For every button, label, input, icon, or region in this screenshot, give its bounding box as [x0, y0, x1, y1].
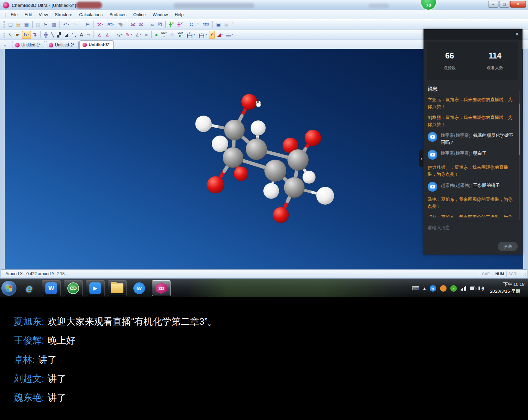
monitor-view-icon[interactable]: ▣: [215, 21, 222, 29]
atom-H6[interactable]: [316, 187, 334, 205]
toolbar1-grip[interactable]: [3, 21, 5, 28]
double-bond-icon[interactable]: ▞: [56, 31, 63, 39]
measure-pencil-dropdown-icon[interactable]: ▾: [131, 33, 132, 36]
tab-untitled-1[interactable]: Untitled-1*: [12, 41, 45, 49]
move-tool-icon[interactable]: ╬: [43, 31, 49, 39]
measure-pencil-icon[interactable]: ✎▾: [124, 31, 133, 39]
undo-dropdown-icon[interactable]: ▾: [68, 23, 69, 26]
tray-app-orange-icon[interactable]: [440, 285, 447, 292]
atom-C6[interactable]: [284, 177, 305, 198]
monitor-alt-icon[interactable]: ▣: [223, 21, 230, 29]
new-document-icon[interactable]: ▢: [7, 21, 14, 29]
eraser-tool-icon[interactable]: ▱: [85, 31, 92, 39]
tab-untitled-3[interactable]: Untitled-3*: [79, 40, 114, 49]
carbon-label-icon[interactable]: C: [188, 21, 195, 29]
bar-style-icon[interactable]: ▬▾: [225, 31, 234, 39]
tab-scroll-left-icon[interactable]: ◃: [4, 43, 6, 47]
undo-icon[interactable]: ↶▾: [62, 21, 70, 29]
single-bond-icon[interactable]: ╲: [50, 31, 55, 39]
tray-keyboard-icon[interactable]: ⌨: [412, 285, 419, 291]
build-model-icon[interactable]: ⚄: [156, 21, 163, 29]
atom-H5[interactable]: [263, 183, 279, 199]
atom-H2[interactable]: [251, 120, 266, 136]
clean-structure-icon[interactable]: ▱: [149, 21, 156, 29]
scrollbar-thumb[interactable]: [519, 104, 520, 155]
panel-collapse-handle[interactable]: ‹: [419, 150, 424, 167]
taskbar-wps-icon[interactable]: W: [42, 280, 60, 296]
tray-dingtalk-icon[interactable]: w: [430, 285, 436, 292]
atom-C4[interactable]: [287, 149, 309, 171]
center-h-icon[interactable]: ╋H: [168, 21, 176, 29]
atom-O4[interactable]: [207, 176, 224, 193]
dihedral-left-icon[interactable]: ∡: [96, 31, 103, 39]
redo-icon[interactable]: ↷▾: [71, 21, 80, 29]
bond-tool-dropdown-icon[interactable]: ▾: [102, 23, 103, 26]
menu-item-window[interactable]: Window: [149, 11, 171, 18]
menu-item-calculations[interactable]: Calculations: [76, 11, 106, 18]
send-button[interactable]: 发送: [498, 242, 518, 251]
menu-item-surfaces[interactable]: Surfaces: [106, 11, 130, 18]
atom-H4[interactable]: [302, 171, 316, 184]
title-bar[interactable]: ChemBio3D Ultra - [Untitled-3*] – ▢ ×: [0, 0, 528, 10]
toolbar2-grip[interactable]: [3, 32, 5, 38]
close-button[interactable]: ×: [510, 1, 526, 8]
no-calc-icon[interactable]: ⊘: [169, 31, 176, 39]
dihedral-right-icon[interactable]: ∡: [104, 31, 111, 39]
mm2-run-icon[interactable]: MM2▶: [176, 31, 185, 39]
atom-C1[interactable]: [224, 120, 245, 140]
redo-dropdown-icon[interactable]: ▾: [77, 23, 79, 26]
taskbar-chem3d-icon[interactable]: 3D: [152, 280, 170, 296]
taskbar-video-icon[interactable]: ▶: [86, 280, 104, 296]
tray-battery-icon[interactable]: [470, 287, 475, 290]
measure-distance-icon[interactable]: ⅱ┠─┨▾: [185, 31, 196, 39]
taskbar-clock[interactable]: 下午 10:18 2020/3/16 星期一: [490, 281, 525, 295]
move-axis-dropdown-icon[interactable]: ▾: [121, 33, 122, 36]
more-dots-icon[interactable]: ⁞: [231, 21, 235, 29]
stereo-view-icon[interactable]: 6d: [129, 21, 136, 29]
tray-security-icon[interactable]: ●: [450, 285, 457, 292]
wedge-bond-icon[interactable]: ◢: [63, 31, 69, 39]
print-icon[interactable]: ⊟: [84, 21, 91, 29]
text-tool-icon[interactable]: A: [78, 31, 84, 39]
fill-style-icon[interactable]: ◥▾: [117, 21, 125, 29]
resize-grip[interactable]: [521, 271, 526, 276]
orbit-tool-dropdown-icon[interactable]: ▾: [28, 33, 30, 36]
atom-C5[interactable]: [264, 160, 286, 182]
angle-tool-dropdown-icon[interactable]: ▾: [140, 33, 142, 36]
atom-H1[interactable]: [195, 116, 212, 132]
copy-icon[interactable]: ▥: [35, 21, 42, 29]
cut-icon[interactable]: ✂: [43, 21, 50, 29]
minimize-button[interactable]: –: [488, 1, 498, 8]
stereo-pair-icon[interactable]: oo: [138, 21, 145, 29]
orbit-tool-icon[interactable]: ↻▾: [22, 31, 31, 39]
center-v-icon[interactable]: ╋V: [176, 21, 184, 29]
atom-O1[interactable]: [241, 94, 257, 110]
taskbar-chemdraw-icon[interactable]: CD: [64, 280, 82, 296]
menu-item-online[interactable]: Online: [130, 11, 149, 18]
mm2-minimize-icon[interactable]: MM2→: [160, 31, 168, 39]
paste-icon[interactable]: ▨: [50, 21, 57, 29]
open-file-icon[interactable]: ▤: [15, 21, 22, 29]
menubar-grip[interactable]: [4, 12, 6, 18]
menu-item-help[interactable]: Help: [171, 11, 187, 18]
measure-distance-dropdown-icon[interactable]: ▾: [194, 33, 195, 36]
background-icon[interactable]: Bkg▾: [105, 21, 116, 29]
tray-volume-icon[interactable]: [481, 287, 484, 290]
taskbar-dingtalk-icon[interactable]: w: [130, 280, 148, 296]
ramp-icon[interactable]: ◢▾: [216, 31, 224, 39]
menu-item-edit[interactable]: Edit: [21, 11, 35, 18]
atom-C2[interactable]: [246, 139, 267, 160]
number-label-icon[interactable]: 1: [195, 21, 201, 29]
menu-item-structure[interactable]: Structure: [52, 11, 76, 18]
atom-O5[interactable]: [234, 166, 248, 181]
ramp-dropdown-icon[interactable]: ▾: [221, 33, 223, 36]
dashed-bond-icon[interactable]: ⋱: [70, 31, 78, 39]
stop-icon[interactable]: ■: [143, 31, 149, 39]
tab-untitled-2[interactable]: Untitled-2*: [46, 41, 79, 49]
tray-show-hidden-icon[interactable]: ▴: [423, 285, 426, 291]
bar-style-dropdown-icon[interactable]: ▾: [232, 33, 233, 36]
residue-label-icon[interactable]: RES: [201, 21, 210, 29]
background-dropdown-icon[interactable]: ▾: [113, 23, 114, 26]
pan-tool-icon[interactable]: ☛: [14, 31, 22, 39]
taskbar-ie-icon[interactable]: e: [20, 280, 38, 296]
